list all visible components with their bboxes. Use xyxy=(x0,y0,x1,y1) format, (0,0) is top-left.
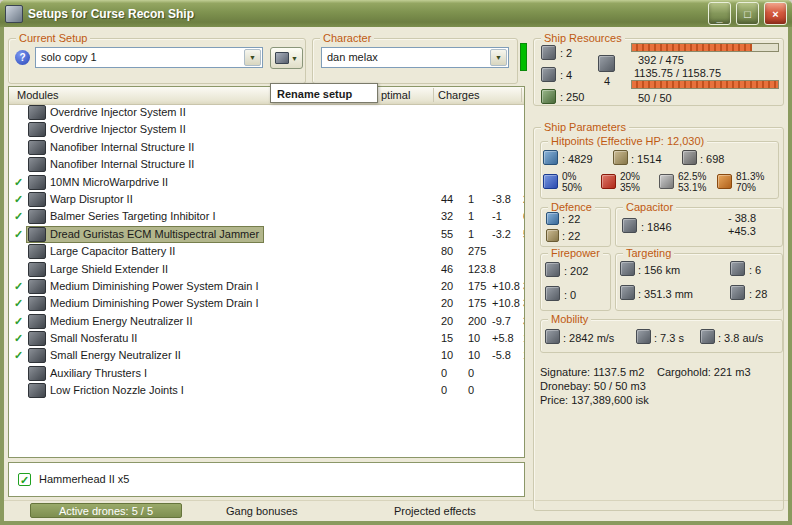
warp-speed-icon xyxy=(700,329,715,344)
module-optimal-value: 67+34 xyxy=(523,208,524,225)
module-optimal-value: 32.8 xyxy=(523,278,524,295)
character-select-dropdown-icon[interactable]: ▼ xyxy=(490,49,507,66)
module-row[interactable]: ✓ Small Nosferatu II 15 10 +5.8 17.2 xyxy=(9,330,524,347)
module-active-check-icon: ✓ xyxy=(12,226,25,243)
help-icon[interactable]: ? xyxy=(15,50,30,65)
module-name: 10MN MicroWarpdrive II xyxy=(50,175,168,190)
module-icon xyxy=(28,209,46,224)
module-row[interactable]: ✓ Medium Energy Neutralizer II 20 200 -9… xyxy=(9,313,524,330)
module-cpu-value: 0 xyxy=(441,365,447,382)
module-row[interactable]: ✓ Warp Disruptor II 44 1 -3.8 24 xyxy=(9,191,524,208)
module-name: Balmer Series Targeting Inhibitor I xyxy=(50,209,216,224)
module-pg-value: 275 xyxy=(468,243,486,260)
armor-hp-icon xyxy=(613,150,628,165)
signature-value: Signature: 1137.5 m2 xyxy=(540,366,644,378)
setup-select-dropdown-icon[interactable]: ▼ xyxy=(244,49,261,66)
module-row[interactable]: ✓ Auxiliary Thrusters I 0 0 xyxy=(9,365,524,382)
module-name-cell: Small Nosferatu II xyxy=(27,331,141,346)
module-active-check-icon: ✓ xyxy=(12,347,25,364)
explosive-armor-resist: 70% xyxy=(736,182,756,193)
app-window: Setups for Curse Recon Ship _ □ × Curren… xyxy=(0,0,792,525)
targeting-label: Targeting xyxy=(623,247,674,259)
module-row[interactable]: ✓ Overdrive Injector System II xyxy=(9,121,524,138)
ship-resources-label: Ship Resources xyxy=(541,32,625,44)
module-row[interactable]: ✓ Nanofiber Internal Structure II xyxy=(9,156,524,173)
module-pg-value: 175 xyxy=(468,295,486,312)
ship-resources-group: Ship Resources : 2 : 4 : 250 4 392 / 475… xyxy=(533,38,784,106)
module-row[interactable]: ✓ Nanofiber Internal Structure II xyxy=(9,139,524,156)
module-icon xyxy=(28,244,46,259)
maximize-icon: □ xyxy=(744,8,751,20)
module-row[interactable]: ✓ Large Capacitor Battery II 80 275 xyxy=(9,243,524,260)
cpu-value: 392 / 475 xyxy=(638,54,684,66)
module-cap-value: -1 xyxy=(492,208,502,225)
targeting-range-icon xyxy=(620,261,635,276)
title-bar[interactable]: Setups for Curse Recon Ship _ □ × xyxy=(0,0,792,27)
shield-hp-value: : 4829 xyxy=(562,153,593,165)
active-drones-tab[interactable]: Active drones: 5 / 5 xyxy=(30,503,182,518)
module-name: Auxiliary Thrusters I xyxy=(50,366,147,381)
minimize-icon: _ xyxy=(716,11,722,23)
hitpoints-label: Hitpoints (Effective HP: 12,030) xyxy=(548,135,707,147)
gang-bonuses-tab[interactable]: Gang bonuses xyxy=(226,505,298,517)
module-name-cell: Low Friction Nozzle Joints I xyxy=(27,383,188,398)
module-icon xyxy=(28,122,46,137)
kinetic-resist-icon xyxy=(659,174,674,189)
module-cpu-value: 55 xyxy=(441,226,453,243)
module-active-check-icon: ✓ xyxy=(12,191,25,208)
module-icon xyxy=(28,366,46,381)
module-row[interactable]: ✓ Large Shield Extender II 46 123.8 xyxy=(9,261,524,278)
module-row[interactable]: ✓ Dread Guristas ECM Multispectral Jamme… xyxy=(9,226,524,243)
character-select[interactable]: dan melax ▼ xyxy=(321,47,509,68)
ship-menu-dropdown-icon: ▼ xyxy=(291,55,298,62)
header-separator xyxy=(521,88,522,102)
module-pg-value: 10 xyxy=(468,347,480,364)
module-cap-value: -3.8 xyxy=(492,191,511,208)
module-name-cell: Large Shield Extender II xyxy=(27,262,172,277)
ship-icon xyxy=(275,52,289,64)
scan-resolution-value: : 351.3 mm xyxy=(638,288,693,300)
module-row[interactable]: ✓ Balmer Series Targeting Inhibitor I 32… xyxy=(9,208,524,225)
maximize-button[interactable]: □ xyxy=(736,2,759,25)
module-cap-value: +5.8 xyxy=(492,330,514,347)
module-row[interactable]: ✓ Small Energy Neutralizer II 10 10 -5.8… xyxy=(9,347,524,364)
module-icon xyxy=(28,279,46,294)
close-button[interactable]: × xyxy=(764,2,787,25)
module-cap-value: +10.8 xyxy=(492,278,520,295)
module-icon xyxy=(28,192,46,207)
rename-setup-popup[interactable]: Rename setup xyxy=(270,83,378,103)
minimize-button[interactable]: _ xyxy=(708,2,731,25)
module-active-check-icon: ✓ xyxy=(12,330,25,347)
module-cpu-value: 46 xyxy=(441,261,453,278)
capacitor-capacity-value: : 1846 xyxy=(641,221,672,233)
module-name-cell: Dread Guristas ECM Multispectral Jammer xyxy=(27,227,263,242)
module-name: Small Energy Neutralizer II xyxy=(50,348,181,363)
projected-effects-tab[interactable]: Projected effects xyxy=(394,505,476,517)
header-charges[interactable]: Charges xyxy=(438,89,480,101)
header-optimal[interactable]: ptimal xyxy=(381,89,410,101)
setup-select[interactable]: solo copy 1 ▼ xyxy=(35,47,263,68)
module-row[interactable]: ✓ Medium Diminishing Power System Drain … xyxy=(9,278,524,295)
header-modules[interactable]: Modules xyxy=(17,89,59,101)
dps-icon xyxy=(545,286,560,301)
calibration-value: : 250 xyxy=(560,91,584,103)
module-list-rows: ✓ Overdrive Injector System II ✓ xyxy=(9,104,524,457)
module-row[interactable]: ✓ Low Friction Nozzle Joints I 0 0 xyxy=(9,382,524,399)
capacitor-icon xyxy=(622,218,637,233)
module-name: Overdrive Injector System II xyxy=(50,122,186,137)
shield-recharge-icon xyxy=(546,212,559,225)
kinetic-armor-resist: 53.1% xyxy=(678,182,706,193)
module-active-check-icon: ✓ xyxy=(12,208,25,225)
ship-parameters-group: Ship Parameters Hitpoints (Effective HP:… xyxy=(533,127,784,511)
module-row[interactable]: ✓ 10MN MicroWarpdrive II xyxy=(9,174,524,191)
explosive-shield-resist: 81.3% xyxy=(736,171,764,182)
ship-menu-button[interactable]: ▼ xyxy=(270,47,303,69)
drone-checkbox[interactable]: ✓ xyxy=(18,473,31,486)
module-cap-value: -5.8 xyxy=(492,347,511,364)
powergrid-value: 1135.75 / 1158.75 xyxy=(634,67,721,79)
drone-item-label[interactable]: Hammerhead II x5 xyxy=(39,473,129,485)
capacitor-drain-value: - 38.8 xyxy=(728,212,756,224)
module-row[interactable]: ✓ Overdrive Injector System II xyxy=(9,104,524,121)
module-row[interactable]: ✓ Medium Diminishing Power System Drain … xyxy=(9,295,524,312)
drone-panel: ✓ Hammerhead II x5 xyxy=(8,462,525,497)
